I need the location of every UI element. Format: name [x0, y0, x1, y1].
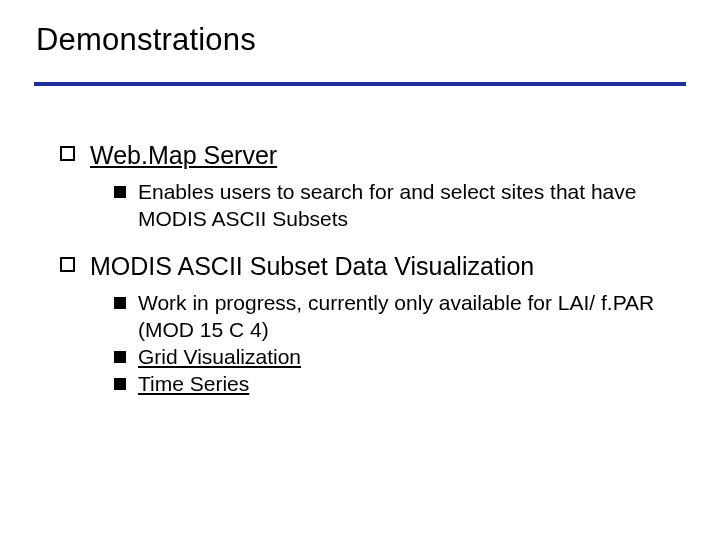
- list-item: Time Series: [114, 371, 660, 398]
- slide: Demonstrations Web.Map Server Enables us…: [0, 0, 720, 540]
- list-item: Enables users to search for and select s…: [114, 179, 660, 233]
- square-filled-bullet-icon: [114, 297, 126, 309]
- sublist: Work in progress, currently only availab…: [114, 290, 660, 398]
- horizontal-rule: [34, 82, 686, 86]
- slide-title: Demonstrations: [36, 22, 256, 58]
- list-item-text: Work in progress, currently only availab…: [138, 290, 660, 344]
- content-area: Web.Map Server Enables users to search f…: [60, 140, 660, 416]
- list-item-text: Grid Visualization: [138, 344, 660, 371]
- list-item: Web.Map Server: [60, 140, 660, 171]
- list-item-label: Web.Map Server: [90, 140, 660, 171]
- square-filled-bullet-icon: [114, 351, 126, 363]
- square-outline-bullet-icon: [60, 146, 75, 161]
- list-item-label: MODIS ASCII Subset Data Visualization: [90, 251, 660, 282]
- link-webmap-server[interactable]: Web.Map Server: [90, 141, 277, 169]
- list-item-text: Enables users to search for and select s…: [138, 179, 660, 233]
- list-item: Work in progress, currently only availab…: [114, 290, 660, 344]
- list-item: Grid Visualization: [114, 344, 660, 371]
- square-outline-bullet-icon: [60, 257, 75, 272]
- square-filled-bullet-icon: [114, 378, 126, 390]
- link-time-series[interactable]: Time Series: [138, 372, 249, 395]
- square-filled-bullet-icon: [114, 186, 126, 198]
- sublist: Enables users to search for and select s…: [114, 179, 660, 233]
- list-item: MODIS ASCII Subset Data Visualization: [60, 251, 660, 282]
- list-item-text: Time Series: [138, 371, 660, 398]
- link-grid-visualization[interactable]: Grid Visualization: [138, 345, 301, 368]
